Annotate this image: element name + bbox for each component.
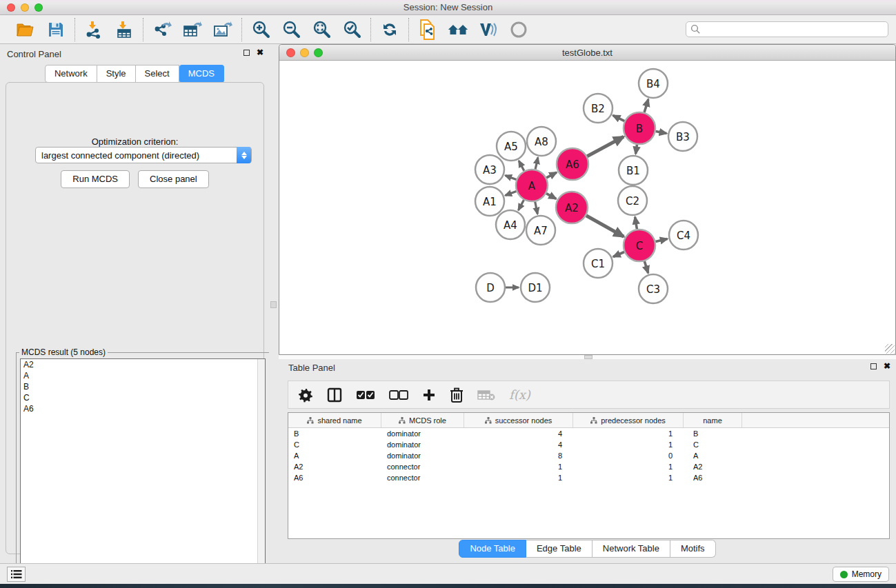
unselect-all-columns-icon[interactable] [389, 390, 408, 400]
column-header-shared-name[interactable]: shared name [288, 413, 381, 427]
export-network-icon[interactable] [152, 19, 172, 40]
show-columns-icon[interactable] [327, 387, 342, 403]
graph-edge-B-B3[interactable] [656, 132, 667, 134]
mcds-result-item[interactable]: A2 [21, 359, 265, 370]
table-cell[interactable]: A6 [684, 472, 742, 483]
table-cell[interactable]: A6 [288, 472, 381, 483]
graph-edge-A-A4[interactable] [519, 200, 524, 210]
zoom-selected-icon[interactable] [341, 19, 362, 40]
table-cell[interactable]: A [684, 450, 742, 461]
table-cell[interactable]: A [288, 450, 381, 461]
mcds-result-item[interactable]: B [21, 381, 265, 392]
graph-edge-A-A1[interactable] [506, 192, 517, 196]
column-header-MCDS-role[interactable]: MCDS role [381, 413, 464, 427]
graph-edge-A-A3[interactable] [506, 176, 517, 180]
function-builder-fx-icon[interactable]: f(x) [509, 387, 530, 402]
table-cell[interactable]: 1 [573, 461, 684, 472]
column-header-successor-nodes[interactable]: successor nodes [464, 413, 573, 427]
close-panel-button[interactable]: Close panel [138, 170, 209, 188]
run-mcds-button[interactable]: Run MCDS [61, 170, 130, 188]
table-cell[interactable]: dominator [381, 450, 464, 461]
table-cell[interactable]: 1 [573, 428, 684, 439]
table-cell[interactable]: 4 [464, 428, 573, 439]
criterion-dropdown[interactable]: largest connected component (directed) [35, 147, 252, 163]
column-header-name[interactable]: name [684, 413, 742, 427]
refresh-icon[interactable] [379, 19, 400, 40]
tab-select[interactable]: Select [136, 65, 179, 83]
table-cell[interactable]: B [288, 428, 381, 439]
table-row[interactable]: A6connector11A6 [288, 472, 889, 483]
mcds-result-item[interactable]: A [21, 370, 265, 381]
table-cell[interactable]: A2 [288, 461, 381, 472]
table-cell[interactable]: 1 [573, 439, 684, 450]
network-canvas[interactable]: B4B2BB3A5A8A6A3B1AC2A1A2A4A7C4CC1DD1C3 [279, 61, 895, 354]
graph-edge-B-B1[interactable] [636, 145, 637, 154]
table-cell[interactable]: dominator [381, 428, 464, 439]
import-network-icon[interactable] [83, 19, 104, 40]
select-all-columns-icon[interactable] [356, 390, 375, 400]
vertical-splitter[interactable] [269, 44, 279, 563]
reset-home-icon[interactable] [448, 19, 468, 40]
network-window-titlebar[interactable]: testGlobe.txt [279, 45, 895, 61]
table-cell[interactable]: C [288, 439, 381, 450]
tab-mcds[interactable]: MCDS [179, 65, 224, 83]
table-row[interactable]: Cdominator41C [288, 439, 889, 450]
window-resize-grip[interactable] [885, 344, 895, 354]
import-table-icon[interactable] [114, 19, 135, 40]
result-scrollbar[interactable] [257, 359, 265, 585]
close-panel-icon[interactable]: ✖ [884, 363, 890, 369]
table-cell[interactable]: connector [381, 461, 464, 472]
table-cell[interactable]: B [684, 428, 742, 439]
table-cell[interactable]: dominator [381, 439, 464, 450]
delete-columns-trash-icon[interactable] [450, 387, 464, 403]
graph-edge-C-C1[interactable] [613, 252, 624, 257]
table-cell[interactable]: 0 [573, 450, 684, 461]
graph-edge-C-C3[interactable] [644, 261, 648, 273]
mcds-result-item[interactable]: C [21, 392, 265, 403]
tab-edge-table[interactable]: Edge Table [526, 540, 593, 558]
table-cell[interactable]: 1 [573, 472, 684, 483]
graph-edge-A-A5[interactable] [519, 161, 524, 171]
table-cell[interactable]: connector [381, 472, 464, 483]
table-cell[interactable]: 4 [464, 439, 573, 450]
close-panel-icon[interactable]: ✖ [257, 49, 263, 56]
table-row[interactable]: A2connector11A2 [288, 461, 889, 472]
graph-edge-C-C2[interactable] [635, 217, 637, 230]
mcds-result-list[interactable]: A2ABCA6 [20, 358, 266, 586]
export-image-icon[interactable] [212, 19, 233, 40]
column-header-predecessor-nodes[interactable]: predecessor nodes [573, 413, 684, 427]
table-row[interactable]: Bdominator41B [288, 428, 889, 439]
graph-edge-A-A2[interactable] [546, 194, 556, 199]
hide-panel-eye-icon[interactable] [508, 19, 529, 40]
add-column-plus-icon[interactable] [422, 388, 436, 402]
float-panel-icon[interactable] [243, 50, 250, 56]
table-row[interactable]: Adominator80A [288, 450, 889, 461]
graph-edge-A-A6[interactable] [546, 172, 557, 178]
clone-network-icon[interactable] [417, 19, 438, 40]
table-cell[interactable]: 1 [464, 461, 573, 472]
float-panel-icon[interactable] [870, 363, 877, 369]
tab-node-table[interactable]: Node Table [459, 540, 526, 558]
search-input[interactable] [686, 21, 888, 37]
tab-network[interactable]: Network [45, 65, 97, 83]
export-table-icon[interactable] [182, 19, 203, 40]
graph-edge-C-C4[interactable] [655, 239, 667, 242]
splitter-handle[interactable] [270, 301, 277, 308]
graph-edge-A2-C[interactable] [586, 216, 624, 237]
zoom-out-icon[interactable] [281, 19, 301, 40]
graph-edge-A-A8[interactable] [535, 157, 538, 169]
tab-style[interactable]: Style [97, 65, 136, 83]
tab-motifs[interactable]: Motifs [670, 540, 716, 558]
task-history-button[interactable] [7, 567, 26, 582]
delete-table-icon[interactable] [477, 389, 495, 401]
graph-edge-B-B2[interactable] [613, 115, 625, 121]
zoom-in-icon[interactable] [250, 19, 271, 40]
tab-network-table[interactable]: Network Table [593, 540, 670, 558]
graph-edge-B-B4[interactable] [644, 99, 648, 112]
zoom-fit-icon[interactable] [311, 19, 332, 40]
vizmapper-icon[interactable] [478, 19, 499, 40]
memory-button[interactable]: Memory [833, 567, 889, 582]
save-session-icon[interactable] [46, 19, 66, 40]
table-options-gear-icon[interactable] [298, 387, 313, 403]
table-cell[interactable]: C [684, 439, 742, 450]
